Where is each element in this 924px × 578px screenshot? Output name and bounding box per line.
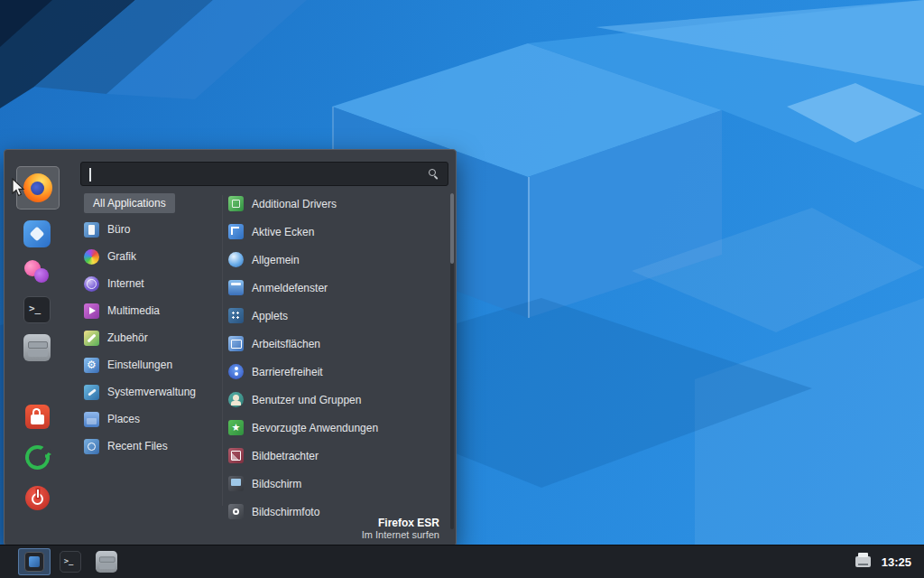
taskbar-clock[interactable]: 13:25 [882, 555, 911, 569]
hovered-app-title: Firefox ESR [362, 517, 439, 529]
app-bildschirm[interactable]: Bildschirm [228, 470, 450, 498]
shutdown-icon [25, 486, 50, 510]
printer-icon[interactable] [855, 556, 871, 567]
app-label: Bildschirmfoto [252, 506, 319, 518]
logout-button[interactable] [25, 445, 50, 470]
recent-files-icon [84, 439, 99, 454]
category-label: Grafik [107, 250, 136, 263]
text-caret [89, 168, 91, 182]
accessibility-icon [228, 364, 244, 379]
category-places[interactable]: Places [84, 406, 221, 433]
software-app-icon [23, 220, 51, 247]
category-multimedia[interactable]: Multimedia [84, 297, 221, 324]
applets-icon [228, 308, 244, 323]
app-label: Aktive Ecken [252, 226, 314, 238]
drivers-icon [228, 196, 244, 211]
whisker-menu-icon [24, 552, 44, 572]
search-bar [80, 162, 448, 186]
app-label: Anmeldefenster [252, 282, 328, 294]
favorite-media-button[interactable] [23, 258, 51, 285]
favorite-software-button[interactable] [23, 220, 51, 247]
app-label: Applets [252, 310, 288, 322]
multimedia-icon [84, 303, 99, 319]
workspaces-icon [228, 336, 244, 351]
lock-screen-button[interactable] [25, 405, 50, 429]
app-label: Arbeitsflächen [252, 338, 320, 350]
category-recent-files[interactable]: Recent Files [84, 433, 221, 460]
taskbar-file-manager-button[interactable] [90, 548, 123, 575]
taskbar-terminal-button[interactable] [54, 548, 87, 575]
general-icon [228, 252, 244, 267]
category-label: Einstellungen [107, 359, 172, 371]
app-list-scrollbar[interactable] [450, 193, 454, 529]
app-additional-drivers[interactable]: Additional Drivers [228, 190, 450, 218]
app-label: Bildbetrachter [252, 450, 319, 462]
app-label: Bevorzugte Anwendungen [252, 422, 378, 434]
app-allgemein[interactable]: Allgemein [228, 246, 450, 274]
preferred-apps-icon [228, 420, 244, 435]
category-label: Places [107, 413, 140, 425]
app-label: Benutzer und Gruppen [252, 394, 361, 406]
hovered-app-subtitle: Im Internet surfen [362, 529, 439, 540]
taskbar: 13:25 [0, 545, 924, 578]
category-internet[interactable]: Internet [84, 270, 221, 297]
search-icon [429, 169, 440, 181]
category-zubehoer[interactable]: Zubehör [84, 324, 221, 351]
hovered-app-info: Firefox ESR Im Internet surfen [362, 517, 439, 540]
terminal-icon [60, 551, 81, 573]
login-window-icon [228, 280, 244, 295]
app-bildbetrachter[interactable]: Bildbetrachter [228, 442, 450, 470]
app-arbeitsflaechen[interactable]: Arbeitsflächen [228, 330, 450, 358]
app-barrierefreiheit[interactable]: Barrierefreiheit [228, 358, 450, 386]
category-label: Internet [107, 277, 144, 290]
category-all-applications[interactable]: All Applications [84, 193, 175, 213]
logout-icon [25, 445, 50, 470]
shutdown-button[interactable] [25, 486, 50, 510]
media-app-icon [23, 258, 51, 285]
menu-favorites-column [5, 150, 69, 545]
app-bevorzugte-anwendungen[interactable]: Bevorzugte Anwendungen [228, 414, 450, 442]
office-icon [84, 222, 99, 238]
internet-icon [84, 276, 99, 292]
whisker-menu-button[interactable] [18, 548, 51, 575]
scrollbar-thumb[interactable] [450, 193, 454, 264]
firefox-icon [23, 173, 52, 202]
terminal-icon [23, 296, 51, 323]
search-input[interactable] [81, 163, 448, 185]
category-buero[interactable]: Büro [84, 216, 221, 243]
app-label: Bildschirm [252, 478, 301, 490]
app-label: Additional Drivers [252, 198, 337, 210]
category-label: Systemverwaltung [107, 386, 196, 398]
app-benutzer-und-gruppen[interactable]: Benutzer und Gruppen [228, 386, 450, 414]
category-label: Multimedia [107, 304, 160, 317]
app-applets[interactable]: Applets [228, 302, 450, 330]
application-menu: All Applications Büro Grafik Internet Mu… [4, 149, 457, 546]
category-label: Büro [107, 223, 130, 236]
category-grafik[interactable]: Grafik [84, 243, 221, 270]
graphics-icon [84, 249, 99, 265]
active-corners-icon [228, 224, 244, 239]
accessories-icon [84, 331, 99, 346]
app-aktive-ecken[interactable]: Aktive Ecken [228, 218, 450, 246]
category-list: Büro Grafik Internet Multimedia Zubehör … [84, 216, 221, 460]
system-icon [84, 385, 99, 400]
favorite-file-manager-button[interactable] [23, 334, 51, 361]
app-anmeldefenster[interactable]: Anmeldefenster [228, 274, 450, 302]
category-systemverwaltung[interactable]: Systemverwaltung [84, 378, 221, 406]
users-groups-icon [228, 392, 244, 407]
image-viewer-icon [228, 448, 244, 463]
category-einstellungen[interactable]: Einstellungen [84, 351, 221, 378]
list-divider [222, 195, 223, 506]
favorite-terminal-button[interactable] [23, 296, 51, 323]
places-icon [84, 412, 99, 427]
display-icon [228, 476, 244, 491]
file-manager-icon [96, 551, 117, 573]
mouse-cursor [12, 178, 27, 198]
app-label: Allgemein [252, 254, 300, 266]
settings-icon [84, 358, 99, 373]
app-label: Barrierefreiheit [252, 366, 323, 378]
category-label: Recent Files [107, 440, 168, 452]
file-manager-icon [23, 334, 51, 361]
category-label: Zubehör [107, 331, 148, 344]
screenshot-icon [228, 504, 244, 519]
